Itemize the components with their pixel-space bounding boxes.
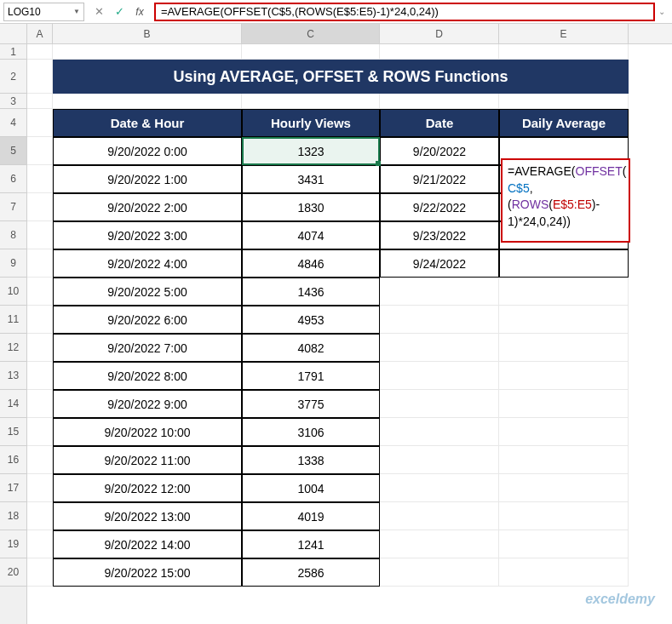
cell-hourly-views[interactable]: 1791 xyxy=(242,362,380,390)
cell[interactable] xyxy=(27,278,53,306)
cell-date-hour[interactable]: 9/20/2022 5:00 xyxy=(53,278,242,306)
cell-date-hour[interactable]: 9/20/2022 8:00 xyxy=(53,362,242,390)
row-header[interactable]: 19 xyxy=(0,530,26,558)
cell-daily-avg[interactable] xyxy=(499,306,629,334)
cell-date-hour[interactable]: 9/20/2022 14:00 xyxy=(53,530,242,558)
row-header[interactable]: 9 xyxy=(0,249,26,278)
cell-hourly-views[interactable]: 1830 xyxy=(242,193,380,221)
cell-hourly-views[interactable]: 4953 xyxy=(242,306,380,334)
cell-date[interactable]: 9/24/2022 xyxy=(380,249,499,278)
col-header[interactable]: A xyxy=(27,24,53,43)
cell-hourly-views[interactable]: 1241 xyxy=(242,530,380,558)
cell-hourly-views[interactable]: 4082 xyxy=(242,334,380,362)
cell-daily-avg[interactable] xyxy=(499,474,629,502)
cell-hourly-views[interactable]: 1004 xyxy=(242,474,380,502)
cell[interactable] xyxy=(380,94,499,109)
row-header[interactable]: 4 xyxy=(0,109,26,137)
col-header[interactable]: C xyxy=(242,24,380,43)
cell-date[interactable] xyxy=(380,278,499,306)
cell[interactable] xyxy=(27,474,53,502)
select-all[interactable] xyxy=(0,24,26,44)
row-header[interactable]: 17 xyxy=(0,474,26,502)
formula-edit-overlay[interactable]: =AVERAGE(OFFSET( C$5,(ROWS(E$5:E5)- 1)*2… xyxy=(501,158,630,243)
cell-date[interactable] xyxy=(380,502,499,530)
row-header[interactable]: 14 xyxy=(0,390,26,418)
cell-daily-avg[interactable] xyxy=(499,558,629,587)
cell-date[interactable]: 9/20/2022 xyxy=(380,137,499,165)
row-header[interactable]: 1 xyxy=(0,44,26,60)
cell-daily-avg[interactable] xyxy=(499,334,629,362)
cell-date-hour[interactable]: 9/20/2022 11:00 xyxy=(53,446,242,474)
row-header[interactable]: 13 xyxy=(0,362,26,390)
cell-date[interactable] xyxy=(380,390,499,418)
col-header[interactable]: B xyxy=(53,24,242,43)
enter-icon[interactable]: ✓ xyxy=(112,4,127,20)
row-header[interactable]: 16 xyxy=(0,446,26,474)
cell-hourly-views[interactable]: 1338 xyxy=(242,446,380,474)
cell-hourly-views[interactable]: 3775 xyxy=(242,390,380,418)
row-header[interactable]: 12 xyxy=(0,334,26,362)
cell[interactable] xyxy=(27,362,53,390)
cell-hourly-views[interactable]: 4846 xyxy=(242,249,380,278)
table-header[interactable]: Hourly Views xyxy=(242,109,380,137)
cell-daily-avg[interactable] xyxy=(499,418,629,446)
cell-date-hour[interactable]: 9/20/2022 4:00 xyxy=(53,249,242,278)
cell-date-hour[interactable]: 9/20/2022 15:00 xyxy=(53,558,242,587)
cell-date-hour[interactable]: 9/20/2022 1:00 xyxy=(53,165,242,193)
cell-date[interactable]: 9/22/2022 xyxy=(380,193,499,221)
cell[interactable] xyxy=(27,446,53,474)
cell[interactable] xyxy=(27,306,53,334)
cancel-icon[interactable]: ✕ xyxy=(91,4,106,20)
cell[interactable] xyxy=(499,44,629,60)
cell-hourly-views[interactable]: 3106 xyxy=(242,418,380,446)
chevron-down-icon[interactable]: ▼ xyxy=(73,8,80,15)
cell-date-hour[interactable]: 9/20/2022 9:00 xyxy=(53,390,242,418)
cell[interactable] xyxy=(27,94,53,109)
cell-hourly-views[interactable]: 2586 xyxy=(242,558,380,587)
fill-handle[interactable] xyxy=(376,161,381,166)
row-header[interactable]: 15 xyxy=(0,418,26,446)
cell-date[interactable] xyxy=(380,334,499,362)
cell-daily-avg[interactable] xyxy=(499,446,629,474)
cell[interactable] xyxy=(242,44,380,60)
cell-date[interactable] xyxy=(380,446,499,474)
cell-hourly-views[interactable]: 4019 xyxy=(242,502,380,530)
cell[interactable] xyxy=(27,60,53,94)
cell[interactable] xyxy=(27,390,53,418)
row-header[interactable]: 20 xyxy=(0,558,26,587)
cell-daily-avg[interactable] xyxy=(499,249,629,278)
cell[interactable] xyxy=(27,165,53,193)
cell[interactable] xyxy=(380,44,499,60)
row-header[interactable]: 6 xyxy=(0,165,26,193)
row-header[interactable]: 8 xyxy=(0,221,26,249)
page-title[interactable]: Using AVERAGE, OFFSET & ROWS Functions xyxy=(53,60,629,94)
cell-daily-avg[interactable] xyxy=(499,502,629,530)
cell-daily-avg[interactable] xyxy=(499,390,629,418)
cell[interactable] xyxy=(27,193,53,221)
cell[interactable] xyxy=(27,558,53,587)
cell-date[interactable] xyxy=(380,418,499,446)
cell-hourly-views[interactable]: 3431 xyxy=(242,165,380,193)
row-header[interactable]: 5 xyxy=(0,137,26,165)
table-header[interactable]: Daily Average xyxy=(499,109,629,137)
row-header[interactable]: 2 xyxy=(0,60,26,94)
cell-date-hour[interactable]: 9/20/2022 6:00 xyxy=(53,306,242,334)
cell[interactable] xyxy=(27,502,53,530)
cell-date-hour[interactable]: 9/20/2022 2:00 xyxy=(53,193,242,221)
cell-date-hour[interactable]: 9/20/2022 3:00 xyxy=(53,221,242,249)
row-header[interactable]: 7 xyxy=(0,193,26,221)
cell[interactable] xyxy=(27,334,53,362)
cell[interactable] xyxy=(53,44,242,60)
cell[interactable] xyxy=(53,94,242,109)
cell[interactable] xyxy=(499,94,629,109)
cell-hourly-views[interactable]: 4074 xyxy=(242,221,380,249)
cell-hourly-views[interactable]: 1323 xyxy=(242,137,380,165)
cell-daily-avg[interactable] xyxy=(499,278,629,306)
row-header[interactable]: 10 xyxy=(0,278,26,306)
cell[interactable] xyxy=(27,221,53,249)
cell[interactable] xyxy=(27,530,53,558)
cell-date-hour[interactable]: 9/20/2022 12:00 xyxy=(53,474,242,502)
expand-formula-icon[interactable]: ⌄ xyxy=(655,7,669,16)
fx-icon[interactable]: fx xyxy=(132,4,147,20)
name-box[interactable]: LOG10 ▼ xyxy=(3,3,84,21)
